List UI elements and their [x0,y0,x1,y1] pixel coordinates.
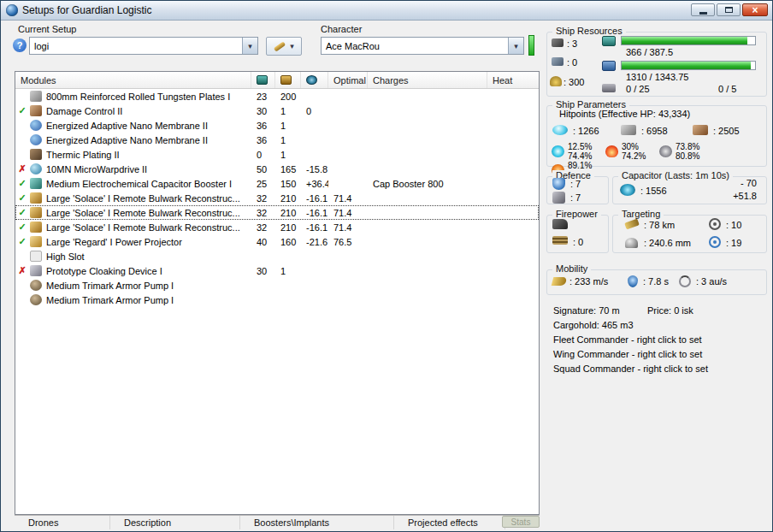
table-row[interactable]: Energized Adaptive Nano Membrane II361 [15,133,539,147]
setup-select[interactable]: logi ▾ [29,37,258,55]
table-row[interactable]: ✓Large 'Regard' I Power Projector40160-2… [15,234,539,249]
table-row[interactable]: Energized Adaptive Nano Membrane II361 [15,118,539,133]
modules-column-header[interactable]: Modules [15,72,251,88]
scan-resolution-icon [625,238,638,248]
help-icon[interactable]: ? [13,38,27,52]
table-row[interactable]: ✓Medium Electrochemical Capacitor Booste… [15,176,539,191]
character-select[interactable]: Ace MacRou ▾ [321,37,524,55]
modules-table-header: Modules Optimal Charges Heat [15,72,539,89]
maximize-button[interactable] [717,3,741,16]
stats-button[interactable]: Stats [502,516,540,528]
shield-resist-value: 12.5% [568,142,592,151]
module-icon-cell [29,163,44,175]
title-bar[interactable]: Setups for Guardian Logistic × [1,1,772,21]
targeting-label: Targeting [618,209,664,219]
powergrid-usage-text: 1310 / 1343.75 [626,72,688,82]
bottom-tabs: DronesDescriptionBoosters\ImplantsProjec… [15,515,540,529]
powergrid-icon [280,75,292,85]
table-row[interactable]: ✓Large 'Solace' I Remote Bulwark Reconst… [15,205,539,220]
shield-recharge-icon [552,178,565,190]
module-powergrid-value: 210 [275,208,301,218]
tab-description[interactable]: Description [110,516,240,529]
cpu-usage-text: 366 / 387.5 [626,47,673,57]
module-cpu-value: 0 [251,150,275,160]
wing-commander-text[interactable]: Wing Commander - right click to set [553,349,702,359]
powergrid-column-header[interactable] [275,72,301,88]
minimize-button[interactable] [691,3,715,16]
module-powergrid-value: 1 [275,150,301,160]
fleet-commander-text[interactable]: Fleet Commander - right click to set [553,334,702,345]
capacitor-amount-value: : 1556 [640,186,667,196]
maximize-icon [725,7,733,13]
firepower-group: Firepower : 0 [546,215,609,253]
setup-select-arrow-icon[interactable]: ▾ [242,38,257,54]
module-cpu-value: 32 [251,193,275,204]
table-row[interactable]: 800mm Reinforced Rolled Tungsten Plates … [15,89,539,103]
table-row[interactable]: ✓Damage Control II3010 [15,103,539,118]
close-button[interactable]: × [742,3,768,16]
window-title: Setups for Guardian Logistic [22,4,151,16]
armor-resist-value: 74.4% [568,151,592,161]
cpu-column-header[interactable] [251,72,275,88]
hitpoints-label: Hitpoints (Effective HP: 43,334) [559,109,690,119]
squad-commander-text[interactable]: Squad Commander - right click to set [553,364,708,374]
table-row[interactable]: ✓Large 'Solace' I Remote Bulwark Reconst… [15,191,539,205]
module-name: Thermic Plating II [44,150,251,160]
setup-tools-button[interactable]: ▾ [266,37,302,56]
cpu-icon [257,75,268,85]
character-select-value: Ace MacRou [322,41,508,51]
module-icon-cell [29,251,44,263]
damage-control-icon [30,105,42,116]
price-value: Price: 0 isk [647,305,693,316]
turret-hardpoints-value: : 3 [567,38,577,49]
module-icon-cell [29,222,44,233]
table-row[interactable]: Thermic Plating II01 [15,147,539,162]
module-active-icon: ✓ [15,236,29,247]
module-powergrid-value: 1 [275,106,301,116]
kinetic-resist-icon [659,145,672,157]
module-offline-icon: ✗ [15,163,29,174]
minimize-icon [699,12,707,15]
table-row[interactable]: ✓Large 'Solace' I Remote Bulwark Reconst… [15,220,539,234]
module-cpu-value: 30 [251,106,275,116]
sensor-strength-value: : 19 [726,238,741,248]
module-name: Medium Electrochemical Capacitor Booster… [44,179,251,189]
module-name: Large 'Solace' I Remote Bulwark Reconstr… [44,208,251,218]
armor-hp-value: : 6958 [641,126,668,136]
tab-drones[interactable]: Drones [15,516,110,529]
signature-value: Signature: 70 m [553,305,620,316]
tab-boosters-implants[interactable]: Boosters\Implants [240,516,394,529]
module-icon-cell [29,105,44,117]
armor-repair-icon [552,192,565,204]
module-name: Medium Trimark Armor Pump I [44,281,251,291]
optimal-column-header[interactable]: Optimal [328,72,368,88]
capacitor-column-header[interactable] [301,72,328,88]
table-row[interactable]: Medium Trimark Armor Pump I [15,278,539,293]
thermal-resist-icon [605,145,618,157]
module-powergrid-value: 150 [275,179,301,189]
module-icon-cell [29,207,44,219]
heat-column-header[interactable]: Heat [487,72,539,88]
volley-icon [552,219,568,229]
table-row[interactable]: Medium Trimark Armor Pump I [15,293,539,307]
charges-column-header[interactable]: Charges [368,72,487,88]
powergrid-bar[interactable] [621,61,756,70]
table-row[interactable]: ✗Prototype Cloaking Device I301 [15,263,539,278]
module-icon-cell [29,294,44,306]
module-cpu-value: 50 [251,164,275,174]
shield-hp-icon [552,125,568,135]
table-row[interactable]: ✗10MN MicroWarpdrive II50165-15.8 [15,162,539,176]
module-icon-cell [29,192,44,204]
defence-group: Defence : 7 : 7 [546,176,609,204]
mobility-label: Mobility [552,263,591,274]
module-cpu-value: 36 [251,135,275,145]
module-powergrid-value: 200 [275,92,301,102]
shield-resist-value: 30% [622,142,646,151]
module-charge-value: Cap Booster 800 [368,179,487,189]
character-select-arrow-icon[interactable]: ▾ [508,38,523,54]
module-cap-value: 0 [301,106,328,116]
tab-projected-effects[interactable]: Projected effects [394,516,505,529]
table-row[interactable]: High Slot [15,249,539,263]
module-name: Prototype Cloaking Device I [44,266,251,276]
cpu-bar[interactable] [621,36,756,45]
